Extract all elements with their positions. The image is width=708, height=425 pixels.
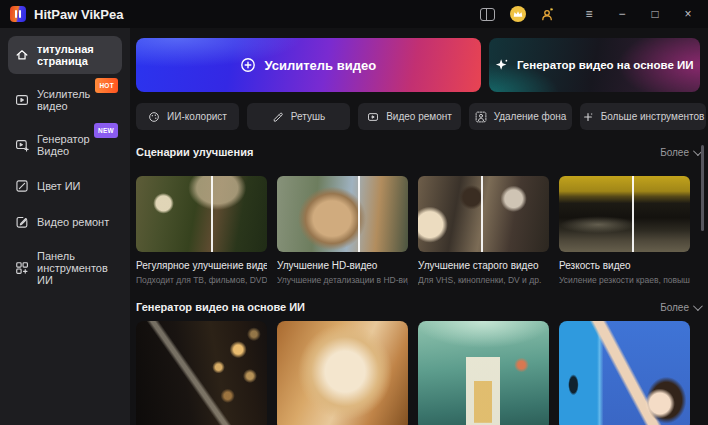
- gift-icon[interactable]: [479, 6, 496, 23]
- plus-circle-icon: [240, 57, 256, 73]
- new-badge: NEW: [94, 123, 118, 138]
- card-generated-warrior[interactable]: [136, 321, 267, 425]
- banner-label: Генератор видео на основе ИИ: [517, 59, 694, 71]
- sidebar-item-label: Панель инструментов ИИ: [37, 250, 116, 286]
- window-body: титульная страница Усилитель видео HOT Г…: [0, 28, 708, 425]
- more-link[interactable]: Более: [660, 302, 700, 313]
- tool-more-tools[interactable]: Больше инструментов: [580, 103, 706, 130]
- sidebar-item-label: Видео ремонт: [37, 216, 109, 228]
- card-subtitle: Улучшение детализации в HD-видео: [277, 275, 408, 285]
- sparkle-icon: [495, 58, 509, 72]
- more-link[interactable]: Более: [660, 147, 700, 158]
- colorist-icon: [148, 111, 160, 123]
- tool-video-repair[interactable]: Видео ремонт: [358, 103, 461, 130]
- card-thumbnail-white-lion-closeup: [277, 321, 408, 425]
- titlebar-actions: ≡ − □ ×: [479, 6, 698, 23]
- tool-background-removal[interactable]: Удаление фона: [469, 103, 572, 130]
- tool-retouch[interactable]: Ретушь: [247, 103, 350, 130]
- tool-ai-colorist[interactable]: ИИ-колорист: [136, 103, 239, 130]
- card-title: Регулярное улучшение видео: [136, 260, 267, 271]
- sidebar-item-video-repair[interactable]: Видео ремонт: [8, 207, 122, 236]
- card-thumbnail-family-old-footage: [418, 176, 549, 252]
- close-button[interactable]: ×: [678, 6, 698, 23]
- video-generator-icon: [14, 138, 29, 153]
- generator-cards-row: [136, 321, 700, 425]
- video-enhancer-icon: [14, 93, 29, 108]
- minimize-button[interactable]: −: [612, 6, 632, 23]
- menu-icon[interactable]: ≡: [579, 6, 599, 23]
- chevron-down-icon: [693, 301, 703, 311]
- card-subtitle: Подходит для ТВ, фильмов, DVD и т...: [136, 275, 267, 285]
- enhancement-cards-row: Регулярное улучшение видео Подходит для …: [136, 176, 700, 285]
- card-thumbnail-woman-reading-in-garden: [136, 176, 267, 252]
- sidebar: титульная страница Усилитель видео HOT Г…: [0, 28, 130, 425]
- background-removal-icon: [475, 111, 487, 123]
- tool-label: Видео ремонт: [386, 111, 452, 122]
- app-window: HitPaw VikPea ≡ − □ ×: [0, 0, 708, 425]
- section-title: Генератор видео на основе ИИ: [136, 301, 305, 313]
- section-title: Сценарии улучшения: [136, 146, 253, 158]
- banner-label: Усилитель видео: [264, 58, 376, 73]
- section-enhancement-scenarios-header: Сценарии улучшения Более: [136, 146, 700, 158]
- ai-color-icon: [14, 178, 29, 193]
- card-title: Улучшение HD-видео: [277, 260, 408, 271]
- plus-sparkle-icon: [582, 111, 594, 123]
- card-thumbnail-underwater-phone-booth: [418, 321, 549, 425]
- tool-label: Больше инструментов: [601, 111, 705, 122]
- tool-label: ИИ-колорист: [167, 111, 227, 122]
- card-title: Резкость видео: [559, 260, 690, 271]
- card-regular-enhance[interactable]: Регулярное улучшение видео Подходит для …: [136, 176, 267, 285]
- video-camera-icon: [367, 111, 379, 123]
- more-label: Более: [660, 147, 689, 158]
- section-ai-generator-header: Генератор видео на основе ИИ Более: [136, 301, 700, 313]
- video-repair-icon: [14, 214, 29, 229]
- card-video-sharpness[interactable]: Резкость видео Усиление резкости краев, …: [559, 176, 690, 285]
- card-thumbnail-girl-with-blue-surfboard: [559, 321, 690, 425]
- sidebar-item-ai-color[interactable]: Цвет ИИ: [8, 171, 122, 200]
- titlebar: HitPaw VikPea ≡ − □ ×: [0, 0, 708, 28]
- sidebar-item-label: Цвет ИИ: [37, 180, 81, 192]
- card-subtitle: Для VHS, кинопленки, DV и др.: [418, 275, 549, 285]
- app-title: HitPaw VikPea: [34, 7, 123, 22]
- banner-row: Усилитель видео Генератор видео на основ…: [136, 38, 700, 92]
- card-generated-lion[interactable]: [277, 321, 408, 425]
- sidebar-item-video-generator[interactable]: Генератор Видео NEW: [8, 126, 122, 164]
- maximize-button[interactable]: □: [645, 6, 665, 23]
- sidebar-item-ai-toolbox[interactable]: Панель инструментов ИИ: [8, 243, 122, 293]
- card-old-video-enhance[interactable]: Улучшение старого видео Для VHS, кинопле…: [418, 176, 549, 285]
- ai-toolbox-icon: [14, 261, 29, 276]
- card-subtitle: Усиление резкости краев, повышен...: [559, 275, 690, 285]
- account-crown-icon[interactable]: [539, 6, 556, 23]
- card-generated-phone-booth[interactable]: [418, 321, 549, 425]
- main-content: Усилитель видео Генератор видео на основ…: [130, 28, 708, 425]
- card-hd-enhance[interactable]: Улучшение HD-видео Улучшение детализации…: [277, 176, 408, 285]
- card-generated-girl[interactable]: [559, 321, 690, 425]
- more-label: Более: [660, 302, 689, 313]
- vip-crown-icon[interactable]: [509, 6, 526, 23]
- hot-badge: HOT: [95, 78, 118, 93]
- home-icon: [14, 48, 29, 63]
- video-enhancer-banner[interactable]: Усилитель видео: [136, 38, 481, 92]
- card-title: Улучшение старого видео: [418, 260, 549, 271]
- tool-label: Удаление фона: [494, 111, 567, 122]
- quick-tools-row: ИИ-колорист Ретушь Видео ремонт: [136, 103, 700, 130]
- ai-video-generator-banner[interactable]: Генератор видео на основе ИИ: [489, 38, 700, 92]
- sidebar-item-video-enhancer[interactable]: Усилитель видео HOT: [8, 81, 122, 119]
- app-logo-icon: [10, 6, 26, 22]
- vertical-scrollbar[interactable]: [701, 145, 704, 231]
- sidebar-item-home[interactable]: титульная страница: [8, 36, 122, 74]
- sidebar-item-label: титульная страница: [37, 43, 116, 67]
- retouch-brush-icon: [272, 111, 284, 123]
- card-thumbnail-metro-station: [559, 176, 690, 252]
- tool-label: Ретушь: [291, 111, 325, 122]
- card-thumbnail-armored-warrior-with-sword: [136, 321, 267, 425]
- card-thumbnail-monkey-closeup: [277, 176, 408, 252]
